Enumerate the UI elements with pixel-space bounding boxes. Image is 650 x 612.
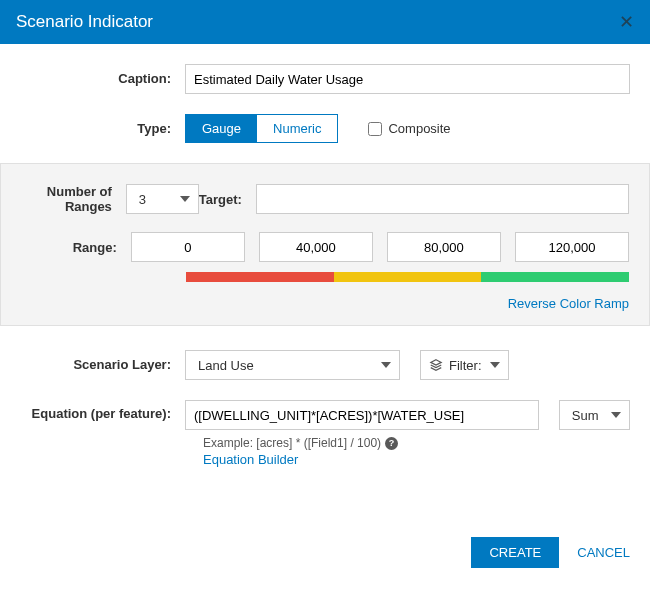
ranges-panel: Number of Ranges 3 Target: Range: <box>0 163 650 326</box>
composite-checkbox[interactable] <box>368 122 382 136</box>
type-numeric-button[interactable]: Numeric <box>257 115 337 142</box>
create-button[interactable]: CREATE <box>471 537 559 568</box>
aggregation-value: Sum <box>560 408 625 423</box>
filter-button[interactable]: Filter: <box>420 350 509 380</box>
target-input[interactable] <box>256 184 629 214</box>
num-ranges-label: Number of Ranges <box>21 184 126 214</box>
dialog-header: Scenario Indicator ✕ <box>0 0 650 44</box>
layers-icon <box>429 358 443 372</box>
chevron-down-icon <box>381 362 391 368</box>
composite-checkbox-wrap[interactable]: Composite <box>368 121 450 136</box>
ramp-segment-2 <box>481 272 629 282</box>
type-label: Type: <box>20 121 185 137</box>
cancel-button[interactable]: CANCEL <box>577 545 630 560</box>
reverse-color-ramp-link[interactable]: Reverse Color Ramp <box>21 296 629 311</box>
type-gauge-button[interactable]: Gauge <box>186 115 257 142</box>
type-toggle-group: Gauge Numeric <box>185 114 338 143</box>
dialog-content: Caption: Type: Gauge Numeric Composite N… <box>0 44 650 537</box>
caption-label: Caption: <box>20 71 185 87</box>
range-input-0[interactable] <box>131 232 245 262</box>
equation-input[interactable] <box>185 400 539 430</box>
chevron-down-icon <box>180 196 190 202</box>
equation-label: Equation (per feature): <box>20 400 185 422</box>
composite-label: Composite <box>388 121 450 136</box>
ramp-segment-1 <box>334 272 482 282</box>
range-inputs <box>131 232 629 262</box>
ramp-segment-0 <box>186 272 334 282</box>
range-input-1[interactable] <box>259 232 373 262</box>
range-input-3[interactable] <box>515 232 629 262</box>
dialog-footer: CREATE CANCEL <box>0 537 650 588</box>
close-icon[interactable]: ✕ <box>619 13 634 31</box>
range-label: Range: <box>21 240 131 255</box>
range-input-2[interactable] <box>387 232 501 262</box>
target-label: Target: <box>199 192 256 207</box>
color-ramp <box>186 272 629 282</box>
scenario-layer-label: Scenario Layer: <box>20 357 185 373</box>
scenario-layer-value: Land Use <box>186 358 280 373</box>
caption-input[interactable] <box>185 64 630 94</box>
scenario-indicator-dialog: Scenario Indicator ✕ Caption: Type: Gaug… <box>0 0 650 588</box>
num-ranges-value: 3 <box>127 192 172 207</box>
equation-row: Equation (per feature): Sum <box>20 400 630 430</box>
help-icon[interactable]: ? <box>385 437 398 450</box>
equation-builder-link[interactable]: Equation Builder <box>203 452 630 467</box>
equation-example-text: Example: [acres] * ([Field1] / 100) <box>203 436 381 450</box>
caption-row: Caption: <box>20 64 630 94</box>
scenario-layer-row: Scenario Layer: Land Use Filter: <box>20 350 630 380</box>
aggregation-select[interactable]: Sum <box>559 400 630 430</box>
num-ranges-select[interactable]: 3 <box>126 184 199 214</box>
equation-example: Example: [acres] * ([Field1] / 100) ? <box>203 436 630 450</box>
type-row: Type: Gauge Numeric Composite <box>20 114 630 143</box>
dialog-title: Scenario Indicator <box>16 12 153 32</box>
filter-label: Filter: <box>449 358 482 373</box>
chevron-down-icon <box>490 362 500 368</box>
scenario-layer-select[interactable]: Land Use <box>185 350 400 380</box>
